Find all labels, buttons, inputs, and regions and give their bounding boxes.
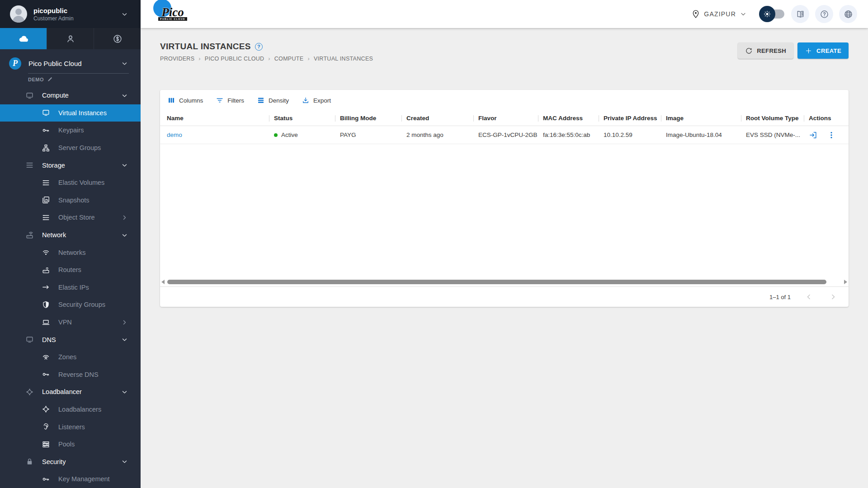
table-header-row: Name Status Billing Mode Created Flavor … <box>160 111 849 126</box>
column-header-flavor[interactable]: Flavor <box>478 111 543 126</box>
sidebar-item-loadbalancers[interactable]: Loadbalancers <box>0 401 141 418</box>
main-area: Pico PUBLIC CLOUD GAZIPUR <box>141 0 868 488</box>
key-icon <box>42 475 50 483</box>
filters-button[interactable]: Filters <box>216 96 244 104</box>
chevron-down-icon <box>120 457 129 466</box>
sidebar-item-pools[interactable]: Pools <box>0 436 141 453</box>
export-button[interactable]: Export <box>302 96 331 104</box>
help-button[interactable] <box>815 5 833 23</box>
sidebar-section-network[interactable]: Network <box>0 226 141 244</box>
instance-name-link[interactable]: demo <box>167 131 182 138</box>
instances-table-card: Columns Filters Density Export <box>160 90 849 307</box>
chevron-down-icon <box>120 161 129 169</box>
page-prev-icon[interactable] <box>804 292 813 301</box>
sidebar-item-reverse-dns[interactable]: Reverse DNS <box>0 366 141 384</box>
column-header-root-volume-type[interactable]: Root Volume Type <box>746 111 809 126</box>
sidebar-item-vpn[interactable]: VPN <box>0 314 141 331</box>
tab-billing[interactable] <box>94 28 141 49</box>
sidebar-section-dns[interactable]: DNS <box>0 331 141 348</box>
chevron-down-icon <box>120 231 129 239</box>
sidebar-item-object-store[interactable]: Object Store <box>0 209 141 226</box>
key-icon <box>42 126 50 135</box>
router-icon <box>25 231 34 239</box>
density-button[interactable]: Density <box>257 96 289 104</box>
scroll-left-arrow[interactable] <box>161 280 165 284</box>
key-icon <box>42 370 50 379</box>
scrollbar-track[interactable] <box>166 279 842 285</box>
arrow-right-icon <box>42 283 50 291</box>
shield-icon <box>42 300 50 309</box>
scrollbar-thumb[interactable] <box>167 280 826 284</box>
provider-selector[interactable]: P Pico Public Cloud <box>0 56 141 73</box>
sun-icon <box>759 6 775 22</box>
theme-toggle[interactable] <box>759 5 785 23</box>
columns-icon <box>167 96 175 104</box>
horizontal-scrollbar <box>160 277 849 286</box>
region-selector[interactable]: GAZIPUR <box>691 9 747 19</box>
sidebar-section-compute[interactable]: Compute <box>0 87 141 104</box>
table-footer: 1–1 of 1 <box>160 286 849 307</box>
cell-created: 2 months ago <box>406 131 478 138</box>
column-header-billing-mode[interactable]: Billing Mode <box>340 111 406 126</box>
sidebar-section-security[interactable]: Security <box>0 453 141 470</box>
storage-icon <box>25 161 34 169</box>
breadcrumb-virtual-instances: VIRTUAL INSTANCES <box>314 56 373 62</box>
sidebar-item-elastic-ips[interactable]: Elastic IPs <box>0 279 141 296</box>
sidebar-item-server-groups[interactable]: Server Groups <box>0 139 141 157</box>
edit-icon[interactable] <box>47 76 53 82</box>
tab-cloud[interactable] <box>0 28 47 49</box>
environment-badge[interactable]: DEMO <box>0 75 141 87</box>
sidebar-item-security-groups[interactable]: Security Groups <box>0 296 141 314</box>
sidebar-tree: P Pico Public Cloud DEMO Compute Virtual… <box>0 49 141 488</box>
sidebar-item-networks[interactable]: Networks <box>0 244 141 261</box>
create-button[interactable]: CREATE <box>797 42 849 59</box>
sidebar-item-virtual-instances[interactable]: Virtual Instances <box>0 104 141 122</box>
column-header-created[interactable]: Created <box>406 111 478 126</box>
dollar-circle-icon <box>113 34 123 44</box>
page-next-icon[interactable] <box>829 292 838 301</box>
column-header-status[interactable]: Status <box>274 111 340 126</box>
sidebar-section-loadbalancer[interactable]: Loadbalancer <box>0 383 141 401</box>
refresh-button[interactable]: REFRESH <box>738 42 793 59</box>
cell-flavor: ECS-GP-1vCPU-2GB <box>478 131 543 138</box>
brand-logo[interactable]: Pico PUBLIC CLOUD <box>153 8 192 21</box>
sidebar-item-key-management[interactable]: Key Management <box>0 470 141 488</box>
column-header-mac-address[interactable]: MAC Address <box>543 111 604 126</box>
cloud-icon <box>18 33 29 44</box>
title-help-icon[interactable]: ? <box>255 43 263 51</box>
docs-button[interactable] <box>791 5 809 23</box>
chevron-down-icon <box>120 335 129 344</box>
columns-button[interactable]: Columns <box>167 96 203 104</box>
brand-subtext: PUBLIC CLOUD <box>158 17 187 21</box>
snapshots-icon <box>42 196 50 204</box>
provider-name: Pico Public Cloud <box>28 60 113 67</box>
sidebar-item-zones[interactable]: Zones <box>0 348 141 366</box>
language-button[interactable] <box>839 5 857 23</box>
breadcrumb-compute[interactable]: COMPUTE <box>274 56 310 62</box>
sidebar-item-listeners[interactable]: Listeners <box>0 418 141 436</box>
sidebar-item-keypairs[interactable]: Keypairs <box>0 122 141 139</box>
sidebar-item-snapshots[interactable]: Snapshots <box>0 192 141 209</box>
chevron-down-icon <box>120 10 129 19</box>
column-header-image[interactable]: Image <box>666 111 746 126</box>
topbar: Pico PUBLIC CLOUD GAZIPUR <box>141 0 868 28</box>
tab-users[interactable] <box>47 28 94 49</box>
kebab-menu-icon[interactable] <box>827 131 836 140</box>
globe-icon <box>844 9 853 19</box>
console-login-icon[interactable] <box>809 131 818 140</box>
plus-icon <box>805 47 812 55</box>
refresh-icon <box>745 47 753 55</box>
scroll-right-arrow[interactable] <box>844 280 847 284</box>
sidebar-item-routers[interactable]: Routers <box>0 261 141 279</box>
cell-root-volume-type: EVS SSD (NVMe-... <box>746 131 809 138</box>
cell-billing-mode: PAYG <box>340 131 406 138</box>
breadcrumb-providers[interactable]: PROVIDERS <box>160 56 201 62</box>
monitor-icon <box>42 108 50 117</box>
antenna-icon <box>42 353 50 361</box>
column-header-private-ip[interactable]: Private IP Address <box>604 111 666 126</box>
breadcrumb-pico-public-cloud[interactable]: PICO PUBLIC CLOUD <box>205 56 270 62</box>
user-menu[interactable]: picopublic Customer Admin <box>0 0 141 28</box>
column-header-name[interactable]: Name <box>167 111 274 126</box>
sidebar-section-storage[interactable]: Storage <box>0 156 141 174</box>
sidebar-item-elastic-volumes[interactable]: Elastic Volumes <box>0 174 141 192</box>
